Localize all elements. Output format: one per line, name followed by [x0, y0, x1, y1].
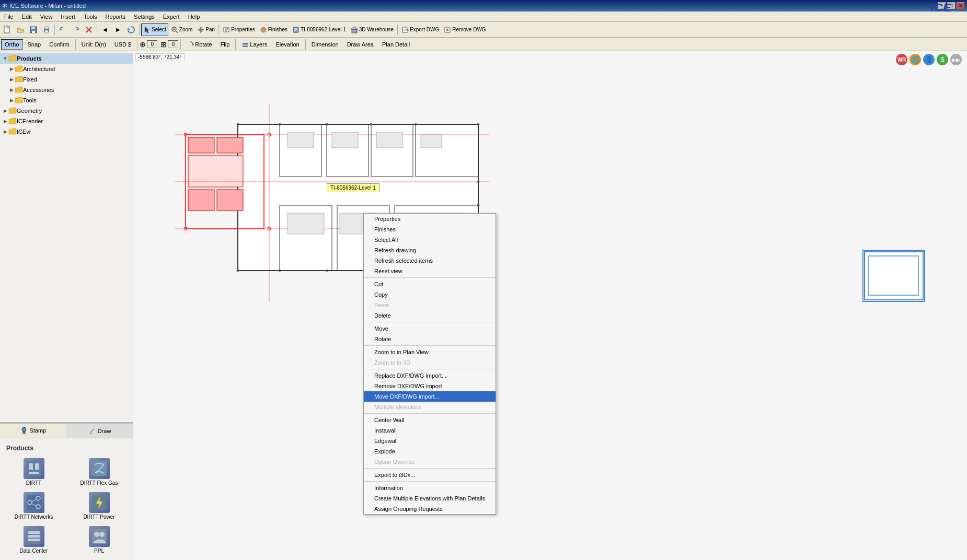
plan-detail-button[interactable]: Plan Detail — [378, 39, 413, 50]
tree-label-accessories: Accessories — [23, 87, 54, 93]
svg-rect-39 — [27, 495, 41, 510]
ctx-copy[interactable]: Copy — [364, 289, 496, 300]
tab-stamp[interactable]: Stamp — [0, 424, 66, 438]
app-icon: ❄ — [2, 2, 7, 9]
delete-icon — [85, 26, 93, 34]
export-dwg-button[interactable]: DWG Export DWG — [399, 24, 441, 36]
menu-settings[interactable]: Settings — [130, 13, 159, 21]
tree-item-architectural[interactable]: ▶ Architectural — [0, 64, 133, 74]
dirtt-networks-icon — [24, 492, 44, 513]
ctx-rotate[interactable]: Rotate — [364, 334, 496, 344]
flip-button[interactable]: Flip — [217, 39, 234, 50]
dirtt-label: DIRTT — [26, 480, 41, 486]
open-button[interactable] — [14, 24, 27, 36]
ctx-information[interactable]: Information — [364, 483, 496, 493]
menu-tools[interactable]: Tools — [79, 13, 101, 21]
ctx-reset-view[interactable]: Reset view — [364, 266, 496, 276]
ctx-assign-grouping[interactable]: Assign Grouping Requests — [364, 504, 496, 514]
menu-reports[interactable]: Reports — [101, 13, 130, 21]
ctx-export-i3dx[interactable]: Export to i3Dx... — [364, 470, 496, 480]
arrow-right-button[interactable]: ▶ — [112, 24, 124, 36]
ctx-move[interactable]: Move — [364, 323, 496, 334]
ice-logo: ICE — [930, 0, 962, 16]
finishes-button[interactable]: Finishes — [258, 24, 290, 36]
ctx-remove-dwg[interactable]: Remove DXF/DWG import — [364, 381, 496, 391]
ctx-create-multiple[interactable]: Create Multiple Elevations with Plan Det… — [364, 493, 496, 504]
ctx-cut[interactable]: Cut — [364, 279, 496, 289]
ctx-delete[interactable]: Delete — [364, 310, 496, 321]
ortho-button[interactable]: Ortho — [1, 39, 23, 50]
ctx-instawall[interactable]: Instawall — [364, 425, 496, 436]
elevation-button[interactable]: Elevation — [272, 39, 303, 50]
dirtt-networks-label: DIRTT Networks — [15, 514, 53, 520]
remove-dwg-button[interactable]: Remove DWG — [442, 24, 488, 36]
product-dirtt[interactable]: DIRTT — [2, 456, 65, 488]
dollar-icon[interactable]: $ — [937, 54, 948, 65]
undo-icon — [59, 26, 67, 34]
ctx-edgewall[interactable]: Edgewall — [364, 436, 496, 446]
ctx-select-all[interactable]: Select All — [364, 235, 496, 245]
arrow-left-button[interactable]: ◀ — [99, 24, 111, 36]
ctx-move-dwg[interactable]: Move DXF/DWG import... — [364, 391, 496, 402]
refresh-button[interactable] — [125, 24, 137, 36]
tree-item-icerender[interactable]: ▶ ICErender — [0, 116, 133, 126]
minimap[interactable] — [862, 250, 925, 302]
undo-button[interactable] — [56, 24, 69, 36]
user-icon[interactable]: 👤 — [923, 54, 935, 65]
svg-rect-78 — [376, 132, 402, 148]
menu-view[interactable]: View — [36, 13, 57, 21]
product-dirtt-flex[interactable]: DIRTT Flex Gas — [67, 456, 131, 488]
pan-button[interactable]: Pan — [195, 24, 217, 36]
redo-button[interactable] — [70, 24, 82, 36]
menu-insert[interactable]: Insert — [56, 13, 79, 21]
confirm-button[interactable]: Confirm — [45, 39, 73, 50]
zoom-button[interactable]: Zoom — [169, 24, 195, 36]
canvas-area[interactable]: -5586.83°, 721.34° — [133, 51, 967, 560]
ctx-refresh-drawing[interactable]: Refresh drawing — [364, 245, 496, 255]
ctx-finishes[interactable]: Finishes — [364, 224, 496, 235]
extra-icon1[interactable]: ▶▶ — [950, 54, 962, 65]
menu-help[interactable]: Help — [184, 13, 204, 21]
tree-item-geometry[interactable]: ▶ Geometry — [0, 106, 133, 116]
ctx-replace-dwg[interactable]: Replace DXF/DWG import... — [364, 370, 496, 381]
review-board-button[interactable]: TI-8056962-Level 1 — [290, 24, 348, 36]
data-center-shape-icon — [26, 528, 42, 545]
warehouse-button[interactable]: 3D Warehouse — [349, 24, 396, 36]
tab-draw[interactable]: Draw — [66, 424, 133, 438]
rotate-button[interactable]: Rotate — [183, 39, 215, 50]
product-dirtt-power[interactable]: DIRTT Power — [67, 490, 131, 522]
ctx-center-wall[interactable]: Center Wall — [364, 415, 496, 425]
print-icon — [42, 26, 51, 34]
ctx-properties[interactable]: Properties — [364, 214, 496, 224]
tree-item-accessories[interactable]: ▶ Accessories — [0, 85, 133, 95]
ctx-sep4 — [364, 369, 496, 369]
draw-area-button[interactable]: Draw Area — [343, 39, 377, 50]
ie-icon[interactable]: 🌐 — [910, 54, 921, 65]
layers-button[interactable]: Layers — [238, 39, 271, 50]
tree-item-icevr[interactable]: ▶ ICEvr — [0, 126, 133, 137]
ctx-explode[interactable]: Explode — [364, 446, 496, 457]
menu-file[interactable]: File — [0, 13, 18, 21]
menu-expert[interactable]: Expert — [159, 13, 184, 21]
new-button[interactable] — [1, 24, 14, 36]
ctx-sep7 — [364, 481, 496, 482]
product-data-center[interactable]: Data Center — [2, 524, 65, 556]
product-ppl[interactable]: PPL — [67, 524, 131, 556]
tree-item-tools[interactable]: ▶ Tools — [0, 95, 133, 106]
print-button[interactable] — [40, 24, 53, 36]
snap-button[interactable]: Snap — [24, 39, 45, 50]
ctx-zoom-plan[interactable]: Zoom to in Plan View — [364, 347, 496, 357]
wr-icon[interactable]: WR — [896, 54, 907, 65]
dimension-button[interactable]: Dimension — [308, 39, 342, 50]
delete-button[interactable] — [83, 24, 95, 36]
tree-item-products[interactable]: ▼ Products — [0, 53, 133, 64]
save-button[interactable] — [27, 24, 40, 36]
product-dirtt-networks[interactable]: DIRTT Networks — [2, 490, 65, 522]
menu-edit[interactable]: Edit — [18, 13, 36, 21]
ctx-refresh-selected[interactable]: Refresh selected items — [364, 255, 496, 266]
properties-button[interactable]: Properties — [221, 24, 257, 36]
svg-rect-60 — [217, 190, 243, 211]
select-button[interactable]: Select — [141, 24, 168, 36]
tree-item-fixed[interactable]: ▶ Fixed — [0, 74, 133, 85]
ctx-sep5 — [364, 413, 496, 414]
